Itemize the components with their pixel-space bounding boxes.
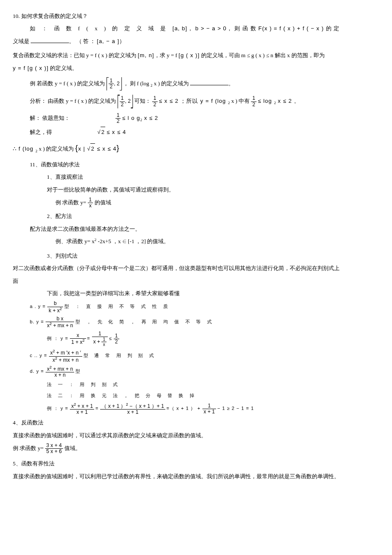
num: （ x + 1 ）2 −（ x + 1 ）+ 1 <box>100 403 165 409</box>
num: x <box>70 333 86 338</box>
num: 1 <box>114 333 119 339</box>
num: 1 <box>202 403 216 409</box>
text: 。 （ 答 ： <box>69 38 97 44</box>
den: 2 <box>115 118 121 124</box>
expr: ≤ l o g <box>122 114 140 121</box>
q10-example: 例 若函数 y = f ( x ) 的定义域为 12, 2 ， 则 f (log… <box>13 77 379 90</box>
text: y = f <box>13 65 28 71</box>
den: 2 <box>114 339 119 345</box>
type-c: c .. y = x2 + m ′x + n ′ x2 + mx + n 型 通… <box>13 349 379 363</box>
num: b <box>47 301 63 306</box>
label: d. y = <box>30 369 46 374</box>
text: 解： 依题意知： <box>30 114 70 121</box>
q10-line2: 义域是 。 （ 答 ： [a, − a ]） <box>13 36 379 46</box>
answer-blank <box>190 79 228 85</box>
frac: 1x <box>88 197 93 209</box>
den: 2 <box>120 102 125 108</box>
interval-bracket: 12, 2 <box>107 77 122 90</box>
gx: g ( x ) <box>29 65 46 71</box>
text: ， b > − a > 0， 则 函 数 F(x ) = f ( x ) + f… <box>187 25 340 32</box>
text: 例、求函数 y= x <box>55 238 95 245</box>
sqrt: √2 <box>87 143 95 154</box>
frac: 12 <box>152 96 158 107</box>
label: 例 ： y = <box>47 406 70 411</box>
type-d-example: 例 ： y = x2 + x + 1 x + 1 = （ x + 1 ）2 −（… <box>13 403 379 415</box>
eq: =（ x + 1 ） + <box>167 406 202 411</box>
set: ≤ x ≤ 4 <box>95 145 116 152</box>
m2-example: 例、求函数 y= x2 -2x+5 ，x ∈ [-1 ，2] 的值域。 <box>13 236 379 247</box>
num: x2 + x + 1 <box>70 403 94 409</box>
num: 1 <box>115 113 121 118</box>
frac: x2 + m ′x + n ′ x2 + mx + n <box>49 349 82 363</box>
gx: g ( x ) <box>181 52 198 58</box>
q10-solution2: 解之，得 √2 ≤ x ≤ 4 <box>13 127 379 137</box>
frac: 1x + 1x <box>92 331 108 347</box>
type-d: d. y = x2 + mx + n x + n 型 <box>13 366 379 378</box>
frac: x2 + mx + n x + n <box>46 366 74 378</box>
m5-title: 5、函数有界性法 <box>13 459 379 468</box>
m5-text: 直接求函数的值域困难时，可以利用已学过函数的有界性，来确定函数的值域。我们所说的… <box>13 471 379 481</box>
den: 1 + x2 <box>70 338 86 345</box>
text: 的值域 <box>95 199 111 206</box>
text: x ) 中有 <box>230 98 251 104</box>
num: b x <box>46 316 74 322</box>
interval: m, n <box>140 52 152 58</box>
den: 5 x + 6 <box>45 448 63 454</box>
text: 型 ： 直 接 用 不 等 式 性 质 <box>64 304 170 309</box>
num: 1 <box>152 96 158 101</box>
comma2: , 2 <box>125 98 130 104</box>
num: 1 <box>109 78 114 84</box>
num: 1 <box>120 96 125 101</box>
q11-title: 11、函数值域的求法 <box>13 160 379 169</box>
frac: 12 <box>251 96 257 107</box>
text: 分析： 由函数 y = f ( x ) 的定义域为 <box>30 98 118 104</box>
type-b: b. y = b xx2 + mx + n 型 ， 先 化 简 ， 再 用 均 … <box>13 316 379 328</box>
den: x2 + mx + n <box>46 322 74 328</box>
m3-text2: 面 <box>13 276 379 286</box>
text: 型 <box>75 369 80 374</box>
text: 复合函数定义域的求法：已知 y = f ( x ) 的定义域为 <box>13 52 138 58</box>
q10-title: 10. 如何求复合函数的定义域？ <box>13 11 379 21</box>
text: ≤ log <box>258 98 274 104</box>
m3-intro: 下面，我把这一类型的详细写出来，希望大家能够看懂 <box>13 288 379 298</box>
expr: x ≤ 2 <box>142 114 159 121</box>
text: x ) 的定义域为 <box>153 80 190 87</box>
q10-line3: 复合函数定义域的求法：已知 y = f ( x ) 的定义域为 [m, n]，求… <box>13 50 379 60</box>
m1-title: 1、直接观察法 <box>13 172 379 182</box>
m1-example: 例 求函数 y= 1x 的值域 <box>13 197 379 209</box>
den: x + 1 <box>70 409 94 415</box>
label: 例 ： y = <box>47 336 70 341</box>
den: x + 1 <box>202 409 216 415</box>
text: 例 求函数 y= <box>55 199 88 206</box>
q10-solution1: 解： 依题意知： 12 ≤ l o g2 x ≤ 2 <box>13 113 379 124</box>
answer-blank <box>31 37 69 43</box>
den: x + 1 <box>100 409 165 415</box>
frac: x1 + x2 <box>70 333 86 345</box>
eq: = <box>95 406 100 411</box>
text: 如 ： 函 数 f ( x ) 的 定 义 域 是 <box>30 25 173 32</box>
frac: 12 <box>115 113 121 124</box>
therefore: ∴ f (log <box>13 145 35 152</box>
text: 的定义域。 <box>49 65 78 71</box>
le: ≤ <box>109 336 114 341</box>
q10-analysis: 分析： 由函数 y = f ( x ) 的定义域为 12, 2 可知： 12 ≤… <box>13 95 379 108</box>
label: c .. y = <box>30 353 49 358</box>
num: 3 x + 4 <box>45 443 63 448</box>
interval-bracket: 12, 2 <box>118 95 133 108</box>
tail: − 1 ≥ 2 − 1 = 1 <box>217 406 254 411</box>
m1-text: 对于一些比较简单的函数，其值域可通过观察得到。 <box>13 185 379 195</box>
den: 2 <box>152 102 158 108</box>
type-a: a . y = bk + x2 型 ： 直 接 用 不 等 式 性 质 <box>13 301 379 313</box>
text: 可知： <box>134 98 152 104</box>
text: ， 则 f (log <box>123 80 150 87</box>
text: ，求 y = f <box>154 52 179 58</box>
m3-title: 3、判别式法 <box>13 251 379 261</box>
frac: 12 <box>120 96 125 107</box>
den: 2 <box>109 84 114 90</box>
q10-line4: y = f [g ( x )] 的定义域。 <box>13 63 379 73</box>
type-d-m2: 法 二 ： 用 换 元 法 ， 把 分 母 替 换 掉 <box>13 392 379 400</box>
den: 2 <box>251 102 257 108</box>
answer-interval: a, − a <box>99 38 118 44</box>
text: 值域。 <box>64 445 81 451</box>
text: 型 ， 先 化 简 ， 再 用 均 值 不 等 式 <box>75 319 214 324</box>
